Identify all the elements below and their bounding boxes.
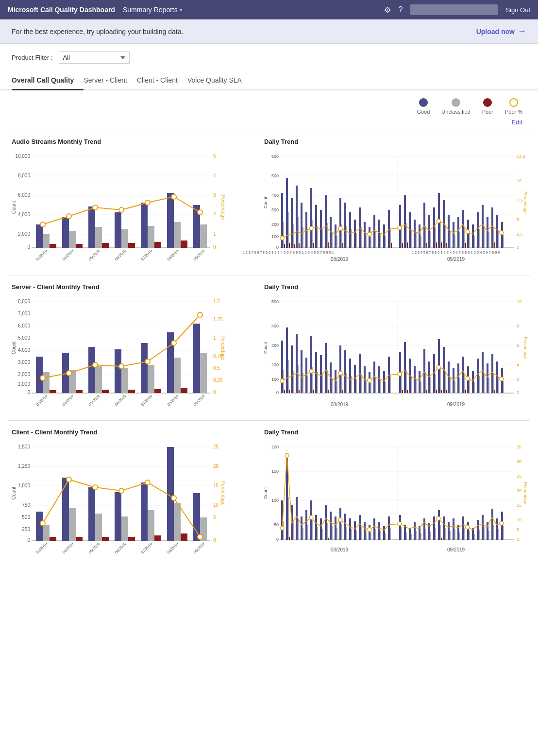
svg-rect-412 xyxy=(88,487,95,541)
svg-rect-24 xyxy=(69,231,76,248)
svg-rect-492 xyxy=(351,529,352,540)
tab-server-client[interactable]: Server - Client xyxy=(84,71,136,90)
svg-rect-367 xyxy=(487,363,488,393)
svg-rect-85 xyxy=(296,186,298,248)
svg-rect-293 xyxy=(322,374,323,393)
svg-text:5: 5 xyxy=(213,515,216,520)
svg-rect-223 xyxy=(88,347,95,393)
svg-text:4,000: 4,000 xyxy=(18,347,30,353)
svg-text:1 2 3 4 5 6 7 8 9-0-1-2-3-4-5-: 1 2 3 4 5 6 7 8 9-0-1-2-3-4-5-6-7-8-9-0-… xyxy=(243,251,334,254)
svg-text:15: 15 xyxy=(517,503,521,508)
svg-rect-296 xyxy=(328,390,329,393)
svg-rect-502 xyxy=(375,529,376,540)
svg-rect-317 xyxy=(375,377,376,393)
svg-rect-504 xyxy=(380,531,381,540)
svg-rect-33 xyxy=(148,226,154,248)
svg-rect-164 xyxy=(465,243,466,248)
svg-text:Percentage: Percentage xyxy=(523,482,528,504)
audio-daily-chart: Daily Trend 600 500 400 300 200 100 0 Co… xyxy=(260,130,530,275)
charts-grid: Audio Streams Monthly Trend 10,000 8,000… xyxy=(0,130,538,275)
tab-overall-call-quality[interactable]: Overall Call Quality xyxy=(12,71,84,90)
client-client-monthly-title: Client - Client Monthly Trend xyxy=(12,429,256,436)
svg-rect-162 xyxy=(462,210,464,248)
svg-rect-519 xyxy=(423,518,425,540)
svg-rect-536 xyxy=(462,516,464,540)
settings-icon[interactable]: ⚙ xyxy=(384,5,391,15)
svg-text:5: 5 xyxy=(213,154,216,159)
svg-rect-319 xyxy=(380,379,381,393)
svg-rect-541 xyxy=(474,534,475,540)
svg-rect-306 xyxy=(349,359,351,393)
svg-rect-346 xyxy=(441,390,442,393)
svg-text:25: 25 xyxy=(517,474,521,479)
svg-rect-368 xyxy=(488,378,489,393)
svg-point-561 xyxy=(466,525,470,529)
svg-rect-526 xyxy=(440,525,441,540)
svg-text:04/2019: 04/2019 xyxy=(62,394,75,407)
svg-text:400: 400 xyxy=(271,193,279,198)
svg-text:200: 200 xyxy=(271,362,279,367)
svg-rect-106 xyxy=(339,198,341,248)
svg-rect-177 xyxy=(494,242,495,248)
product-filter-row: Product Filter : All Teams Skype for Bus… xyxy=(12,52,526,64)
svg-rect-292 xyxy=(320,355,322,393)
svg-rect-498 xyxy=(366,531,367,540)
help-icon[interactable]: ? xyxy=(399,5,403,14)
upload-now-link[interactable]: Upload now → xyxy=(476,26,526,36)
nav-label: Summary Reports xyxy=(123,6,178,14)
svg-rect-515 xyxy=(414,522,416,540)
client-client-daily-wrapper: 200 150 100 50 0 Count 35 30 25 20 15 10… xyxy=(264,440,526,563)
legend-unclassified-dot xyxy=(452,98,460,107)
sign-out-link[interactable]: Sign Out xyxy=(505,6,530,14)
svg-rect-522 xyxy=(430,532,431,540)
tab-voice-quality-sla[interactable]: Voice Quality SLA xyxy=(187,71,252,90)
svg-rect-34 xyxy=(154,242,161,248)
svg-rect-118 xyxy=(366,235,367,248)
svg-rect-298 xyxy=(332,378,333,393)
svg-rect-416 xyxy=(121,516,128,541)
svg-rect-92 xyxy=(310,188,312,248)
svg-text:08/2019: 08/2019 xyxy=(167,541,180,554)
edit-button[interactable]: Edit xyxy=(512,119,522,126)
svg-rect-160 xyxy=(457,217,459,248)
svg-point-557 xyxy=(338,518,342,522)
svg-text:0: 0 xyxy=(517,245,519,250)
svg-text:200: 200 xyxy=(271,445,279,449)
svg-rect-332 xyxy=(414,366,416,393)
svg-rect-176 xyxy=(493,227,494,248)
upload-banner: For the best experience, try uploading y… xyxy=(0,19,538,44)
svg-rect-142 xyxy=(423,203,425,248)
legend-poor-label: Poor xyxy=(482,109,493,115)
svg-rect-413 xyxy=(95,514,102,541)
svg-rect-35 xyxy=(167,193,174,248)
svg-rect-520 xyxy=(425,529,426,540)
search-input[interactable] xyxy=(410,4,498,15)
nav-summary-reports[interactable]: Summary Reports ▾ xyxy=(123,6,182,14)
svg-rect-39 xyxy=(200,224,207,248)
svg-text:8,000: 8,000 xyxy=(18,299,30,304)
product-filter-select[interactable]: All Teams Skype for Business xyxy=(59,52,130,64)
svg-rect-488 xyxy=(341,524,342,540)
svg-text:7.5: 7.5 xyxy=(517,198,523,203)
svg-point-186 xyxy=(398,226,402,230)
svg-rect-274 xyxy=(284,390,285,393)
svg-rect-119 xyxy=(369,227,370,248)
svg-rect-278 xyxy=(291,345,293,393)
svg-rect-104 xyxy=(335,224,336,248)
svg-rect-132 xyxy=(402,243,403,248)
tabs-bar: Overall Call Quality Server - Client Cli… xyxy=(12,71,526,89)
svg-text:100: 100 xyxy=(271,498,279,503)
svg-rect-552 xyxy=(501,512,503,540)
svg-rect-161 xyxy=(459,232,460,248)
svg-rect-512 xyxy=(406,533,407,540)
svg-text:1,000: 1,000 xyxy=(18,483,30,488)
charts-grid-row3: Client - Client Monthly Trend 1,500 1,25… xyxy=(0,421,538,570)
svg-rect-108 xyxy=(342,243,343,248)
svg-rect-409 xyxy=(62,478,69,541)
svg-point-377 xyxy=(309,369,313,373)
svg-text:200: 200 xyxy=(271,222,279,227)
svg-point-188 xyxy=(466,230,470,234)
svg-rect-37 xyxy=(181,241,187,248)
svg-text:07/2019: 07/2019 xyxy=(140,248,153,261)
tab-client-client[interactable]: Client - Client xyxy=(137,71,187,90)
